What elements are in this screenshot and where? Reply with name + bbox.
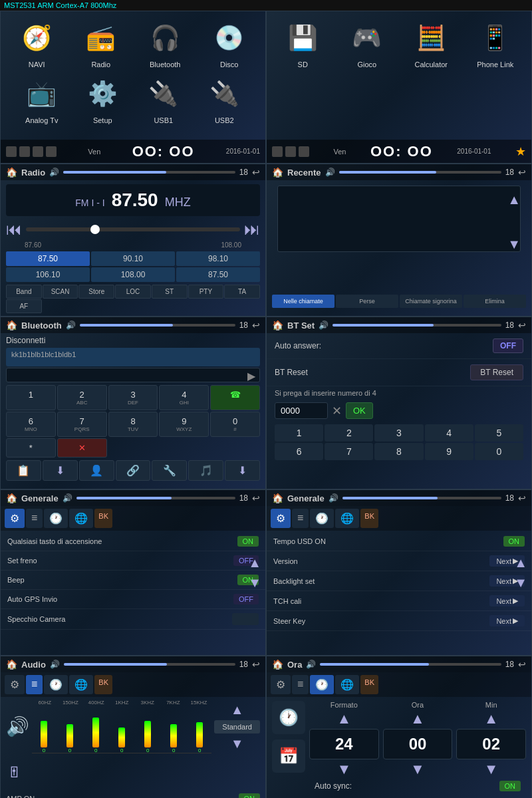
gen-tab-bk[interactable]: BK: [94, 509, 112, 528]
app-gioco[interactable]: 🎮 Gioco: [338, 18, 397, 68]
audio-tab-eq[interactable]: ≡: [26, 675, 43, 694]
audio-tab-clock[interactable]: 🕐: [44, 675, 68, 694]
eq-preset-btn[interactable]: Standard: [214, 720, 260, 733]
home-icon-ora[interactable]: 🏠: [272, 659, 283, 670]
radio-ta-btn[interactable]: TA: [224, 285, 260, 299]
app-radio[interactable]: 📻 Radio: [72, 18, 131, 68]
bt-num-2[interactable]: 2ABC: [57, 385, 107, 410]
home-icon-gen-r[interactable]: 🏠: [272, 493, 283, 503]
bt-num-1[interactable]: 1: [6, 385, 56, 410]
app-usb2[interactable]: 🔌 USB2: [197, 74, 253, 124]
bt-num-0[interactable]: 0#: [210, 412, 260, 437]
radio-track[interactable]: [26, 227, 240, 231]
back-icon-ora[interactable]: ↩: [518, 659, 526, 670]
radio-loc-btn[interactable]: LOC: [115, 285, 151, 299]
ora-tab-globe[interactable]: 🌐: [335, 675, 359, 694]
bt-clear-icon[interactable]: ▶: [247, 370, 255, 382]
gen-next-r4[interactable]: Next ▶: [489, 615, 525, 626]
gen-next-r3[interactable]: Next ▶: [489, 595, 525, 606]
ora-tab-bk[interactable]: BK: [360, 675, 378, 694]
bt-action-6[interactable]: 🎵: [188, 460, 223, 481]
app-phonelink[interactable]: 📱 Phone Link: [466, 18, 525, 68]
vol-slider-recent[interactable]: [339, 171, 501, 174]
gen-tab-settings-r[interactable]: ⚙: [271, 509, 291, 528]
ora-tab-eq[interactable]: ≡: [292, 675, 309, 694]
eq-bar-3[interactable]: [118, 728, 125, 747]
btset-num-5[interactable]: 5: [475, 424, 523, 442]
ora-tab-settings[interactable]: ⚙: [271, 675, 291, 694]
bt-input-bar[interactable]: ▶: [6, 368, 260, 382]
gen-toggle-4[interactable]: [232, 613, 259, 625]
radio-store-btn[interactable]: Store: [78, 285, 114, 299]
eq-bar-5[interactable]: [170, 724, 177, 747]
gen-tab-globe[interactable]: 🌐: [69, 509, 93, 528]
home-icon-gen-l[interactable]: 🏠: [6, 493, 17, 503]
tab-elimina[interactable]: Elimina: [464, 295, 526, 308]
scroll-down-btn[interactable]: ▼: [507, 237, 521, 252]
gen-toggle-3[interactable]: OFF: [233, 594, 259, 604]
bt-action-1[interactable]: 📋: [6, 460, 41, 481]
amp-toggle[interactable]: ON: [239, 793, 261, 798]
vol-slider-radio[interactable]: [63, 171, 235, 174]
radio-next-btn[interactable]: ⏭: [244, 220, 260, 239]
gen-tab-settings[interactable]: ⚙: [5, 509, 25, 528]
vol-slider-gen-l[interactable]: [76, 497, 235, 499]
gen-toggle-0[interactable]: ON: [237, 536, 259, 547]
scroll-up-btn[interactable]: ▲: [507, 192, 521, 207]
audio-tab-settings[interactable]: ⚙: [5, 675, 25, 694]
gen-tab-eq[interactable]: ≡: [26, 509, 43, 528]
eq-scroll-down[interactable]: ▼: [231, 736, 244, 751]
ora-clock-btn[interactable]: 🕐: [272, 701, 305, 734]
home-icon-radio[interactable]: 🏠: [6, 167, 17, 178]
audio-tab-globe[interactable]: 🌐: [69, 675, 93, 694]
bt-action-4[interactable]: 🔗: [116, 460, 151, 481]
bt-action-3[interactable]: 👤: [79, 460, 114, 481]
back-icon-radio[interactable]: ↩: [252, 167, 260, 178]
bt-action-7[interactable]: ⬇: [225, 460, 260, 481]
bt-call-btn[interactable]: ☎: [210, 385, 260, 410]
btset-autoanswer-toggle[interactable]: OFF: [493, 338, 523, 353]
radio-prev-btn[interactable]: ⏮: [6, 220, 22, 239]
ora-ora-down[interactable]: ▼: [410, 762, 425, 777]
ora-calendar-btn[interactable]: 📅: [272, 739, 305, 773]
freq-btn-1[interactable]: 90.10: [91, 251, 175, 266]
back-icon-bt[interactable]: ↩: [252, 320, 260, 331]
btset-num-4[interactable]: 4: [425, 424, 473, 442]
vol-slider-bt[interactable]: [80, 324, 235, 327]
back-icon-recent[interactable]: ↩: [518, 167, 526, 178]
gen-tab-bk-r[interactable]: BK: [360, 509, 378, 528]
bt-hangup-btn[interactable]: ✕: [57, 438, 107, 458]
ora-formato-down[interactable]: ▼: [336, 762, 351, 777]
btset-num-7[interactable]: 7: [325, 443, 373, 460]
bt-num-8[interactable]: 8TUV: [108, 412, 158, 437]
bt-num-4[interactable]: 4GHI: [159, 385, 209, 410]
app-bluetooth[interactable]: 🎧 Bluetooth: [136, 18, 195, 68]
home-icon-audio[interactable]: 🏠: [6, 659, 17, 670]
tab-nelle-chiamate[interactable]: Nelle chiamate: [272, 295, 334, 308]
bt-delete-icon[interactable]: ✕: [332, 404, 342, 418]
home-icon-btset[interactable]: 🏠: [272, 320, 283, 331]
btset-num-9[interactable]: 9: [425, 443, 473, 460]
freq-btn-5[interactable]: 87.50: [176, 267, 260, 282]
btset-pin-input[interactable]: 0000: [275, 402, 328, 419]
bt-num-7[interactable]: 7PQRS: [57, 412, 107, 437]
scroll-up-gen-r[interactable]: ▲: [514, 556, 527, 569]
freq-btn-4[interactable]: 108.00: [91, 267, 175, 282]
bt-num-9[interactable]: 9WXYZ: [159, 412, 209, 437]
radio-pty-btn[interactable]: PTY: [188, 285, 224, 299]
gen-tab-clock[interactable]: 🕐: [44, 509, 68, 528]
back-icon-btset[interactable]: ↩: [518, 320, 526, 331]
eq-bar-0[interactable]: [41, 721, 47, 747]
btset-num-3[interactable]: 3: [374, 424, 423, 442]
radio-st-btn[interactable]: ST: [152, 285, 188, 299]
bt-action-5[interactable]: 🔧: [152, 460, 187, 481]
eq-bar-2[interactable]: [92, 718, 99, 747]
app-disco[interactable]: 💿 Disco: [200, 18, 259, 68]
vol-slider-gen-r[interactable]: [342, 497, 501, 499]
vol-slider-ora[interactable]: [320, 663, 501, 666]
app-usb1[interactable]: 🔌 USB1: [136, 74, 192, 124]
scroll-down-gen-l[interactable]: ▼: [248, 576, 261, 589]
eq-bar-1[interactable]: [66, 724, 73, 747]
app-sd[interactable]: 💾 SD: [273, 18, 332, 68]
app-setup[interactable]: ⚙️ Setup: [75, 74, 131, 124]
